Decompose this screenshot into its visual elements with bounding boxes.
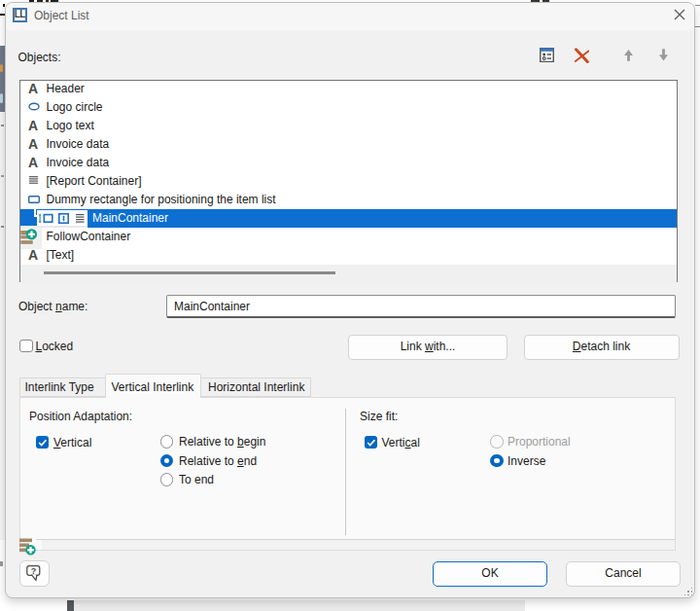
svg-text:?: ? xyxy=(30,566,36,576)
